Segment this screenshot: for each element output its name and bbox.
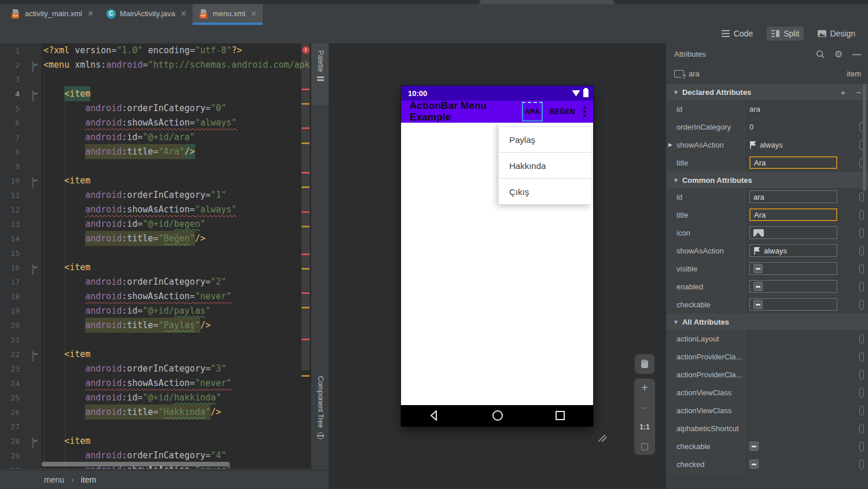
code-line[interactable]: 22<item — [0, 347, 311, 362]
code-line[interactable]: 8android:title="Ara"/> — [0, 145, 311, 159]
tools-attribute-pill-icon[interactable] — [859, 406, 864, 416]
tools-attribute-pill-icon[interactable] — [859, 370, 864, 380]
code-line[interactable]: 18android:showAsAction="never" — [0, 289, 311, 304]
tools-attribute-pill-icon[interactable] — [859, 192, 864, 202]
code-line[interactable]: 17android:orderInCategory="2" — [0, 275, 311, 289]
attributes-scrollbar-thumb[interactable] — [863, 84, 866, 191]
section-header-common-attributes[interactable]: ▼Common Attributes — [666, 172, 868, 188]
attribute-value[interactable] — [745, 298, 855, 311]
breadcrumb-menu[interactable]: menu — [44, 475, 64, 484]
attribute-input[interactable]: Ara — [749, 208, 837, 221]
code-line[interactable]: 26android:title="Hakkında"/> — [0, 405, 311, 420]
error-stripe-mark[interactable] — [301, 292, 310, 294]
warning-stripe-mark[interactable] — [301, 186, 310, 188]
tristate-checkbox-icon[interactable] — [749, 442, 759, 451]
menu-action-begen[interactable]: BEĞEN — [550, 108, 575, 116]
editor-scrollbar-thumb[interactable] — [301, 43, 310, 370]
attribute-input[interactable] — [749, 262, 837, 275]
warning-stripe-mark[interactable] — [301, 226, 310, 227]
code-line[interactable]: 10<item — [0, 174, 311, 188]
attribute-value[interactable] — [745, 262, 855, 275]
code-line[interactable]: 28<item — [0, 434, 311, 448]
tools-attribute-pill-icon[interactable] — [859, 334, 864, 344]
code-line[interactable]: 20android:title="Paylaş"/> — [0, 318, 311, 333]
preview-resize-handle[interactable] — [596, 431, 609, 443]
warning-stripe-mark[interactable] — [301, 142, 310, 144]
nav-back-icon[interactable] — [428, 409, 441, 422]
tools-attribute-pill-icon[interactable] — [859, 459, 864, 469]
zoom-out-button[interactable]: − — [642, 405, 648, 411]
attribute-value[interactable]: ara — [745, 105, 855, 113]
fold-toggle-icon[interactable] — [32, 438, 34, 448]
warning-stripe-mark[interactable] — [301, 307, 310, 308]
tools-attribute-pill-icon[interactable] — [859, 228, 864, 238]
attribute-value[interactable] — [745, 442, 855, 451]
component-tree-tool-tab[interactable]: Component Tree — [311, 376, 329, 469]
tristate-checkbox-icon[interactable] — [753, 264, 763, 273]
nav-recents-icon[interactable] — [554, 409, 567, 422]
editor-tab-activity_main.xml[interactable]: <>activity_main.xml✕ — [5, 4, 100, 23]
attribute-value[interactable]: 0 — [745, 123, 855, 131]
attribute-input[interactable] — [749, 280, 837, 293]
code-line[interactable]: 14android:title="Beğen"/> — [0, 231, 311, 246]
code-line[interactable]: 29android:orderInCategory="4" — [0, 448, 311, 463]
error-stripe-mark[interactable] — [301, 211, 310, 213]
tools-attribute-pill-icon[interactable] — [859, 300, 864, 310]
fold-toggle-icon[interactable] — [32, 264, 34, 275]
design-preview-surface[interactable]: 10:00 ActionBar Menu Example ARA BEĞEN P… — [329, 43, 665, 489]
attribute-input[interactable] — [749, 226, 837, 239]
expand-attribute-icon[interactable]: ▶ — [668, 142, 672, 148]
code-line[interactable]: 15 — [0, 246, 311, 260]
editor-error-stripe[interactable]: ! — [300, 43, 311, 469]
tristate-checkbox-icon[interactable] — [753, 300, 763, 309]
zoom-to-fit-icon[interactable] — [641, 443, 648, 450]
code-line[interactable]: 21 — [0, 333, 311, 347]
warning-stripe-mark[interactable] — [301, 103, 310, 105]
breadcrumb-item[interactable]: item — [81, 475, 96, 484]
code-line[interactable]: 2<menu xmlns:android="http://schemas.and… — [0, 58, 311, 72]
code-line[interactable]: 16<item — [0, 260, 311, 275]
nav-home-icon[interactable] — [491, 409, 504, 422]
gear-icon[interactable]: ⚙ — [834, 49, 843, 60]
attribute-value[interactable]: Ara — [745, 156, 855, 169]
dropdown-menu-item[interactable]: Çıkış — [499, 178, 591, 204]
search-icon[interactable] — [816, 50, 825, 58]
tools-attribute-pill-icon[interactable] — [859, 424, 864, 433]
pan-tool-button[interactable] — [635, 354, 654, 374]
code-line[interactable]: 11android:orderInCategory="1" — [0, 188, 311, 203]
attribute-input[interactable] — [749, 298, 837, 311]
tristate-checkbox-icon[interactable] — [753, 282, 763, 291]
warning-stripe-mark[interactable] — [301, 268, 310, 270]
error-stripe-mark[interactable] — [301, 339, 310, 340]
tools-attribute-pill-icon[interactable] — [859, 246, 864, 256]
overflow-menu-icon[interactable] — [583, 106, 586, 117]
attribute-value[interactable] — [745, 459, 855, 469]
error-stripe-mark[interactable] — [301, 172, 310, 174]
section-header-declared-attributes[interactable]: ▼Declared Attributes+− — [666, 84, 868, 100]
hide-panel-icon[interactable]: — — [852, 49, 861, 59]
error-stripe-mark[interactable] — [301, 127, 310, 129]
split-view-button[interactable]: Split — [767, 27, 804, 41]
dropdown-menu-item[interactable]: Paylaş — [499, 126, 591, 152]
selected-component-row[interactable]: ara item — [666, 64, 868, 84]
dropdown-menu-item[interactable]: Hakkında — [499, 152, 591, 178]
fold-toggle-icon[interactable] — [32, 62, 34, 72]
file-error-indicator-icon[interactable]: ! — [302, 46, 310, 54]
section-collapse-icon[interactable]: ▼ — [673, 177, 679, 183]
remove-attribute-icon[interactable]: − — [856, 87, 861, 97]
code-line[interactable]: 3 — [0, 72, 311, 87]
code-line[interactable]: 5android:orderInCategory="0" — [0, 101, 311, 116]
code-line[interactable]: 7android:id="@+id/ara" — [0, 130, 311, 145]
editor-horizontal-scrollbar[interactable] — [42, 462, 230, 466]
attribute-input[interactable]: always — [749, 244, 837, 257]
attribute-input[interactable]: ara — [749, 190, 837, 203]
editor-tab-menu.xml[interactable]: <>menu.xml✕ — [193, 4, 263, 23]
tools-attribute-pill-icon[interactable] — [859, 210, 864, 220]
code-line[interactable]: 23android:orderInCategory="3" — [0, 362, 311, 376]
code-line[interactable]: 6android:showAsAction="always" — [0, 116, 311, 130]
attribute-value[interactable]: always — [745, 244, 855, 257]
code-line[interactable]: 12android:showAsAction="always" — [0, 203, 311, 217]
code-line[interactable]: 25android:id="@+id/hakkinda" — [0, 391, 311, 405]
editor-tab-MainActivity.java[interactable]: CMainActivity.java✕ — [100, 4, 193, 23]
section-collapse-icon[interactable]: ▼ — [673, 319, 679, 325]
